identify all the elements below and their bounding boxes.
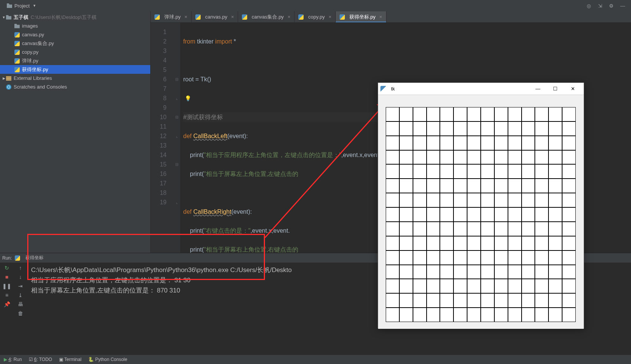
print-icon[interactable]: 🖶 <box>18 301 23 307</box>
close-icon[interactable]: × <box>288 14 291 20</box>
tk-canvas[interactable] <box>378 95 584 329</box>
close-button[interactable]: ✕ <box>564 83 581 95</box>
python-file-icon <box>242 14 247 20</box>
rerun-icon[interactable]: ↻ <box>5 265 9 271</box>
python-file-icon <box>154 14 160 20</box>
editor-tab[interactable]: canvas.py× <box>192 11 238 22</box>
pin-icon[interactable]: 📌 <box>4 301 10 307</box>
tree-root[interactable]: ▼ 五子棋 C:\Users\长帆\Desktop\五子棋 <box>0 13 150 22</box>
tree-scratches[interactable]: Scratches and Consoles <box>0 82 150 91</box>
close-icon[interactable]: × <box>184 14 187 20</box>
library-icon <box>6 76 11 81</box>
folder-icon <box>7 3 12 8</box>
chevron-down-icon: ▼ <box>33 4 36 8</box>
tree-file[interactable]: canvas集合.py <box>0 39 150 48</box>
python-file-icon <box>298 14 304 20</box>
tk-title: tk <box>391 86 395 92</box>
todo-tool-button[interactable]: ☑ 6: TODO <box>29 357 52 362</box>
tree-file[interactable]: 弹球.py <box>0 56 150 65</box>
python-file-icon <box>14 50 20 55</box>
status-bar: ▶ 4: 4: RunRun ☑ 6: TODO ▣ Terminal 🐍 Py… <box>0 355 631 364</box>
minimize-button[interactable]: — <box>529 83 547 95</box>
tree-file-active[interactable]: 获得坐标.py <box>0 65 150 74</box>
expand-icon[interactable]: ⇲ <box>597 3 603 9</box>
collapse-icon[interactable]: — <box>620 3 626 9</box>
stop-icon[interactable]: ■ <box>5 274 8 280</box>
python-file-icon <box>14 32 20 37</box>
python-file-icon <box>14 41 20 46</box>
folder-icon <box>14 24 20 28</box>
run-config-name[interactable]: 获得坐标 <box>25 255 44 261</box>
target-icon[interactable]: ◎ <box>586 3 592 9</box>
layout-icon[interactable]: ≡ <box>5 292 8 298</box>
wrap-icon[interactable]: ⇥ <box>18 283 23 289</box>
editor-tab-bar: 弹球.py× canvas.py× canvas集合.py× copy.py× … <box>151 11 631 23</box>
close-icon[interactable]: × <box>329 14 332 20</box>
tree-file[interactable]: copy.py <box>0 48 150 56</box>
scroll-icon[interactable]: ⤓ <box>18 292 23 298</box>
pause-icon[interactable]: ❚❚ <box>2 283 11 289</box>
project-dropdown[interactable]: Project ▼ <box>0 0 40 11</box>
gear-icon[interactable]: ⚙ <box>608 3 614 9</box>
python-console-tool-button[interactable]: 🐍 Python Console <box>88 357 127 362</box>
editor-tab[interactable]: canvas集合.py× <box>238 11 294 22</box>
tree-folder-images[interactable]: images <box>0 22 150 30</box>
close-icon[interactable]: × <box>231 14 234 20</box>
folder-icon <box>6 15 11 20</box>
editor-tab-active[interactable]: 获得坐标.py× <box>336 11 386 22</box>
tk-titlebar[interactable]: tk — ☐ ✕ <box>378 83 584 95</box>
tk-window[interactable]: tk — ☐ ✕ <box>378 82 584 328</box>
terminal-tool-button[interactable]: ▣ Terminal <box>59 357 81 362</box>
run-label: Run: <box>2 255 12 261</box>
python-file-icon <box>340 14 345 20</box>
up-icon[interactable]: ↑ <box>19 265 22 271</box>
tree-external-libs[interactable]: ▶External Libraries <box>0 74 150 82</box>
editor-tab[interactable]: copy.py× <box>294 11 335 22</box>
editor-tab[interactable]: 弹球.py× <box>151 11 192 22</box>
python-file-icon <box>15 255 20 261</box>
python-file-icon <box>195 14 201 20</box>
tree-file[interactable]: canvas.py <box>0 30 150 39</box>
down-icon[interactable]: ↓ <box>19 274 22 280</box>
python-file-icon <box>14 67 20 72</box>
scratches-icon <box>6 84 11 90</box>
trash-icon[interactable]: 🗑 <box>18 310 23 316</box>
close-icon[interactable]: × <box>379 14 382 20</box>
run-tool-button[interactable]: ▶ 4: 4: RunRun <box>4 357 22 362</box>
intention-bulb-icon[interactable]: 💡 <box>185 95 191 101</box>
project-label: Project <box>14 3 30 9</box>
python-file-icon <box>14 58 20 64</box>
tk-app-icon <box>380 86 386 92</box>
maximize-button[interactable]: ☐ <box>547 83 564 95</box>
